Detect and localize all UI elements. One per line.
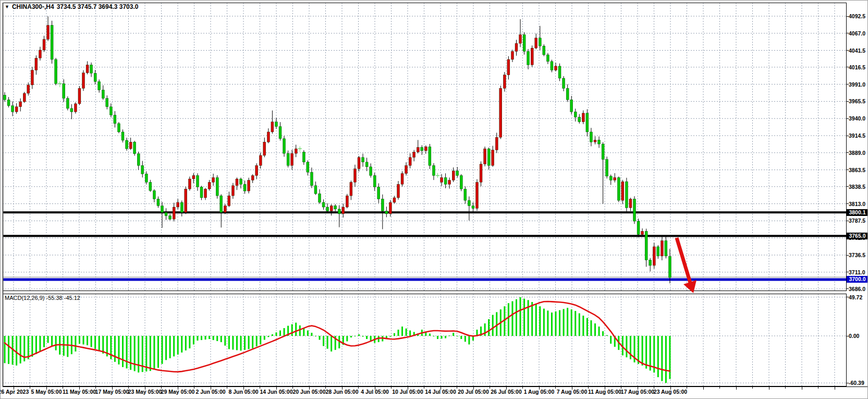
chart-window: ▼ CHINA300-,H4 3734.5 3745.7 3694.3 3703… (0, 0, 868, 399)
macd-plot (4, 297, 671, 383)
candlesticks (4, 16, 671, 283)
time-axis-label: 14 Jun 05:00 (260, 389, 292, 395)
time-axis-label: 10 Jul 05:00 (392, 389, 423, 395)
price-axis-label: 4041.5 (849, 47, 868, 54)
price-axis-label: 4092.5 (849, 13, 868, 19)
price-level-badge: 3800.1 (847, 209, 868, 216)
time-axis-label: 4 Jul 05:00 (361, 389, 389, 395)
panel-frames (3, 3, 868, 390)
time-axis-label: 20 Jun 05:00 (292, 389, 325, 395)
time-axis-label: 29 May 05:00 (161, 389, 195, 395)
time-axis-label: 11 Aug 05:00 (588, 389, 621, 395)
price-axis-label: 3914.5 (849, 132, 868, 139)
time-axis-label: 17 May 05:00 (95, 389, 129, 395)
time-axis-label: 23 Aug 05:00 (654, 389, 687, 395)
time-axis-label: 28 Jun 05:00 (325, 389, 358, 395)
price-axis-label: 3838.5 (849, 184, 868, 190)
price-axis-label: 3991.0 (849, 81, 868, 88)
grid-lines (3, 3, 846, 386)
price-axis-label: 4067.0 (849, 30, 868, 37)
time-axis-label: 20 Jul 05:00 (458, 389, 489, 395)
time-axis-label: 7 Aug 05:00 (557, 389, 588, 395)
chart-canvas (1, 1, 868, 399)
ohlc-values: 3734.5 3745.7 3694.3 3703.0 (57, 3, 139, 10)
macd-axis-label: 49.72 (849, 294, 868, 300)
price-axis-label: 3736.5 (849, 252, 868, 258)
price-axis-label: 3863.5 (849, 167, 868, 173)
time-axis-label: 8 Jun 05:00 (228, 389, 258, 395)
time-axis-label: 1 Aug 05:00 (524, 389, 555, 395)
price-axis-label: 4016.5 (849, 64, 868, 70)
time-axis-label: 14 Jul 05:00 (425, 389, 456, 395)
macd-axis-label: -60.39 (849, 380, 868, 386)
time-axis-label: 26 Apr 2023 (0, 389, 29, 395)
time-axis-label: 23 May 05:00 (128, 389, 162, 395)
price-level-badge: 3765.0 (847, 233, 868, 239)
time-axis-label: 2 Jun 05:00 (195, 389, 225, 395)
price-axis-label: 3711.0 (849, 269, 868, 275)
time-axis-label: 5 May 05:00 (31, 389, 62, 395)
price-axis-label: 3787.5 (849, 217, 868, 224)
macd-axis-label: 0.00 (849, 333, 868, 339)
price-axis-label: 3813.0 (849, 201, 868, 207)
price-axis-label: 3889.0 (849, 150, 868, 156)
price-axis-label: 3940.0 (849, 115, 868, 122)
price-axis-label: 3686.0 (849, 286, 868, 292)
symbol-period-label: CHINA300-,H4 (12, 3, 54, 10)
time-axis-label: 26 Jul 05:00 (491, 389, 522, 395)
price-axis-label: 3965.5 (849, 98, 868, 104)
price-level-badge: 3700.0 (847, 276, 868, 283)
chart-title: ▼ CHINA300-,H4 3734.5 3745.7 3694.3 3703… (5, 3, 138, 10)
time-axis-label: 17 Aug 05:00 (621, 389, 654, 395)
time-axis-label: 11 May 05:00 (63, 389, 96, 395)
symbol-dropdown-icon[interactable]: ▼ (5, 4, 9, 10)
macd-indicator-label: MACD(12,26,9) -55.38 -45.12 (5, 295, 80, 301)
